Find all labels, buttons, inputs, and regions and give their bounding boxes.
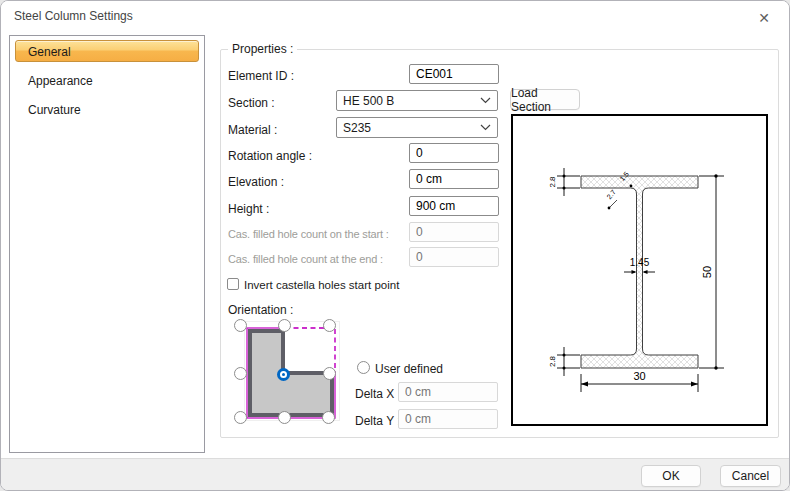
- sidebar: General Appearance Curvature: [9, 35, 205, 453]
- user-defined-radio[interactable]: [357, 361, 370, 374]
- dim-height-text: 50: [701, 266, 713, 278]
- cancel-button[interactable]: Cancel: [720, 465, 781, 487]
- delta-x-label: Delta X :: [355, 384, 401, 404]
- steel-column-settings-dialog: Steel Column Settings ✕ General Appearan…: [0, 0, 790, 491]
- elevation-label: Elevation :: [228, 172, 284, 192]
- dim-flange-bottom-text: 2.8: [548, 355, 557, 367]
- dim-flange-top-text: 2.8: [548, 176, 557, 188]
- invert-castella-checkbox[interactable]: [227, 278, 239, 290]
- delta-y-label: Delta Y :: [355, 411, 401, 431]
- chevron-down-icon: [480, 97, 491, 104]
- delta-y-input: [398, 409, 498, 429]
- dim-width-text: 30: [633, 370, 645, 382]
- load-section-button[interactable]: Load Section: [510, 89, 580, 110]
- orientation-label: Orientation :: [228, 300, 293, 320]
- section-label: Section :: [228, 93, 275, 113]
- cas-hole-end-input: [409, 247, 499, 267]
- sidebar-item-label: Appearance: [28, 74, 93, 88]
- title-bar: Steel Column Settings ✕: [1, 1, 789, 33]
- element-id-label: Element ID :: [228, 66, 294, 86]
- cancel-button-label: Cancel: [732, 469, 769, 483]
- material-label: Material :: [228, 120, 277, 140]
- material-combobox-value: S235: [343, 121, 480, 135]
- ok-button-label: OK: [662, 469, 679, 483]
- properties-group-label: Properties :: [228, 42, 297, 56]
- orientation-radio-top-center[interactable]: [278, 319, 291, 332]
- ok-button[interactable]: OK: [641, 465, 701, 487]
- orientation-radio-bottom-right[interactable]: [322, 411, 335, 424]
- rotation-angle-label: Rotation angle :: [228, 146, 312, 166]
- orientation-radio-mid-right[interactable]: [323, 367, 336, 380]
- cas-hole-start-label: Cas. filled hole count on the start :: [228, 224, 389, 244]
- delta-x-input: [398, 382, 498, 402]
- close-icon: ✕: [758, 10, 770, 26]
- load-section-button-label: Load Section: [511, 86, 579, 114]
- sidebar-item-label: Curvature: [28, 103, 81, 117]
- dim-web-text: 1.45: [630, 257, 650, 268]
- orientation-radio-center[interactable]: [277, 368, 290, 381]
- sidebar-item-label: General: [28, 45, 71, 59]
- sidebar-item-general[interactable]: General: [15, 40, 199, 62]
- sidebar-item-appearance[interactable]: Appearance: [15, 69, 199, 91]
- dialog-title: Steel Column Settings: [14, 9, 133, 23]
- ibeam-section-shape: [581, 176, 698, 368]
- cas-hole-end-label: Cas. filled hole count at the end :: [228, 249, 383, 269]
- rotation-angle-input[interactable]: [409, 143, 499, 163]
- dim-radius-text: 2.7: [605, 188, 617, 200]
- user-defined-label: User defined: [375, 359, 443, 379]
- height-label: Height :: [228, 199, 269, 219]
- section-preview-drawing: 2.8 2.8 50 1.45 30 1.5 2.7: [511, 114, 768, 426]
- orientation-radio-top-right[interactable]: [323, 319, 336, 332]
- cas-hole-start-input: [409, 222, 499, 242]
- orientation-radio-bottom-left[interactable]: [234, 411, 247, 424]
- material-combobox[interactable]: S235: [336, 117, 498, 138]
- dim-flange-top: [557, 168, 580, 196]
- section-combobox-value: HE 500 B: [343, 94, 480, 108]
- orientation-radio-top-left[interactable]: [234, 319, 247, 332]
- invert-castella-label: Invert castella holes start point: [244, 275, 399, 295]
- elevation-input[interactable]: [409, 169, 499, 189]
- orientation-radio-mid-left[interactable]: [234, 367, 247, 380]
- chevron-down-icon: [480, 124, 491, 131]
- close-button[interactable]: ✕: [747, 5, 781, 30]
- height-input[interactable]: [409, 196, 499, 216]
- dim-flange-bottom: [557, 347, 580, 376]
- element-id-input[interactable]: [409, 64, 499, 84]
- section-combobox[interactable]: HE 500 B: [336, 90, 498, 111]
- orientation-radio-bottom-center[interactable]: [278, 411, 291, 424]
- sidebar-item-curvature[interactable]: Curvature: [15, 98, 199, 120]
